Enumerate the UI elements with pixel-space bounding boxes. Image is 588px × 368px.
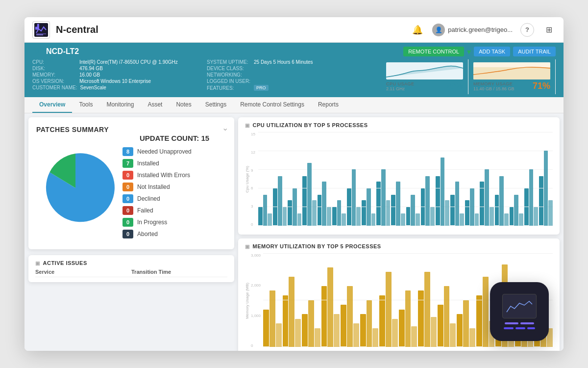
tab-reports[interactable]: Reports	[311, 97, 345, 113]
info-col-mid: SYSTEM UPTIME: 25 Days 5 Hours 6 Minutes…	[207, 59, 381, 94]
bar-group	[438, 253, 456, 347]
bar-group	[399, 253, 417, 347]
tab-overview[interactable]: Overview	[32, 97, 72, 113]
device-info-grid: CPU: Intel(R) Core(TM) i7-8650U CPU @ 1.…	[32, 59, 556, 97]
icon-line-3	[504, 327, 514, 329]
installed-badge: 7	[122, 159, 133, 168]
not-installed-badge: 0	[122, 183, 133, 191]
bar-group	[480, 132, 493, 226]
bar-group	[376, 132, 390, 226]
svg-rect-5	[505, 296, 534, 316]
legend-section: UPDATE COUNT: 15 8 Needed Unapproved 7 I…	[122, 134, 226, 241]
declined-label: Declined	[137, 195, 160, 202]
disk-value: 476.94 GB	[79, 66, 103, 71]
disk-label: DISK:	[32, 66, 76, 71]
icon-line-1	[505, 322, 518, 324]
tab-notes[interactable]: Notes	[169, 97, 198, 113]
tab-asset[interactable]: Asset	[141, 97, 169, 113]
remote-control-dropdown[interactable]: ▾	[467, 47, 471, 56]
device-status-indicator: ↺	[32, 47, 42, 56]
aborted-label: Aborted	[137, 231, 158, 237]
service-col-header: Service	[35, 269, 131, 275]
memory-info-row: MEMORY: 16.00 GB	[32, 72, 207, 78]
username-label: patrick.green@trigeo...	[448, 26, 513, 33]
audit-trail-button[interactable]: AUDIT TRAIL	[513, 47, 556, 56]
legend-item-failed[interactable]: 0 Failed	[122, 206, 226, 215]
device-class-label: DEVICE CLASS:	[207, 66, 251, 71]
bar-group	[341, 253, 359, 347]
networking-info-row: NETWORKING:	[207, 72, 381, 78]
legend-item-installed[interactable]: 7 Installed	[122, 159, 226, 168]
logo-box	[32, 21, 50, 39]
aborted-badge: 0	[122, 230, 133, 238]
cpu-y-axis: 15129630	[249, 132, 258, 227]
bar-group	[258, 132, 272, 226]
cpu-value: Intel(R) Core(TM) i7-8650U CPU @ 1.90GHz	[79, 59, 178, 65]
cpu-chart-mini	[386, 62, 463, 79]
legend-item-declined[interactable]: 0 Declined	[122, 194, 226, 203]
bar-group	[450, 132, 464, 226]
bar-group	[457, 253, 475, 347]
app-logo-icon	[34, 23, 48, 37]
avatar: 👤	[432, 24, 445, 36]
tab-monitoring[interactable]: Monitoring	[99, 97, 141, 113]
icon-line-5	[527, 327, 535, 329]
bar-group	[495, 132, 509, 226]
needed-unapproved-label: Needed Unapproved	[137, 148, 192, 155]
logged-user-label: LOGGED IN USER:	[207, 79, 251, 84]
app-icon-overlay	[490, 282, 549, 341]
help-icon[interactable]: ?	[520, 23, 534, 37]
bar-group	[332, 132, 346, 226]
installed-errors-label: Installed With Errors	[137, 172, 190, 179]
active-issues-card: ACTIVE ISSUES Service Transition Time	[28, 255, 234, 282]
tab-remote-control-settings[interactable]: Remote Control Settings	[233, 97, 311, 113]
app-icon-inner	[502, 294, 537, 329]
in-progress-badge: 0	[122, 218, 133, 227]
remote-control-button[interactable]: REMOTE CONTROL	[403, 47, 464, 56]
memory-usage-sub: 11.40 GB / 15.86 GB	[473, 86, 514, 91]
legend-item-needed-unapproved[interactable]: 8 Needed Unapproved	[122, 147, 226, 156]
collapse-icon[interactable]: ⌄	[222, 123, 228, 132]
bell-icon[interactable]: 🔔	[411, 23, 424, 37]
top-bar: N-central 🔔 👤 patrick.green@trigeo... ? …	[24, 17, 564, 43]
tab-settings[interactable]: Settings	[198, 97, 233, 113]
bar-group	[288, 132, 301, 226]
add-task-button[interactable]: ADD TASK	[474, 47, 510, 56]
os-info-row: OS VERSION: Microsoft Windows 10 Enterpr…	[32, 79, 207, 84]
cpu-bars-container	[258, 132, 553, 227]
cpu-chart-title: CPU UTILIZATION BY TOP 5 PROCESSES	[245, 122, 553, 128]
networking-label: NETWORKING:	[207, 72, 251, 78]
features-label: FEATURES:	[207, 85, 251, 91]
bar-group	[406, 132, 420, 226]
legend-item-in-progress[interactable]: 0 In Progress	[122, 218, 226, 227]
bar-group	[347, 132, 361, 226]
device-title-row: ↺ NCD-LT2 REMOTE CONTROL ▾ ADD TASK AUDI…	[32, 47, 556, 59]
customer-label: CUSTOMER NAME:	[32, 85, 77, 90]
features-info-row: FEATURES: PRO	[207, 85, 381, 91]
uptime-label: SYSTEM UPTIME:	[207, 59, 251, 65]
cpu-usage-value: 26%	[445, 81, 463, 91]
active-issues-title: ACTIVE ISSUES	[35, 260, 227, 266]
disk-info-row: DISK: 476.94 GB	[32, 66, 207, 71]
needed-unapproved-badge: 8	[122, 147, 133, 156]
info-col-left: CPU: Intel(R) Core(TM) i7-8650U CPU @ 1.…	[32, 59, 207, 94]
update-count: UPDATE COUNT: 15	[122, 134, 226, 142]
bar-group	[418, 253, 437, 347]
legend-item-aborted[interactable]: 0 Aborted	[122, 230, 226, 238]
customer-info-row: CUSTOMER NAME: SevenScale	[32, 85, 207, 90]
device-name: NCD-LT2	[46, 47, 79, 56]
os-label: OS VERSION:	[32, 79, 76, 84]
grid-icon[interactable]: ⊞	[542, 23, 556, 37]
legend-item-installed-with-errors[interactable]: 0 Installed With Errors	[122, 171, 226, 180]
not-installed-label: Not Installed	[137, 184, 170, 190]
tab-tools[interactable]: Tools	[72, 97, 99, 113]
legend-item-not-installed[interactable]: 0 Not Installed	[122, 183, 226, 191]
metrics-panel: CPU USAGE 2.11 GHz 26%	[381, 59, 556, 94]
device-header: ↺ NCD-LT2 REMOTE CONTROL ▾ ADD TASK AUDI…	[24, 43, 564, 97]
user-info[interactable]: 👤 patrick.green@trigeo...	[432, 24, 513, 36]
declined-badge: 0	[122, 194, 133, 203]
features-badge: PRO	[254, 85, 269, 91]
transition-col-header: Transition Time	[131, 269, 227, 275]
screenshot-wrapper: N-central 🔔 👤 patrick.green@trigeo... ? …	[24, 17, 564, 351]
customer-value: SevenScale	[80, 85, 106, 90]
